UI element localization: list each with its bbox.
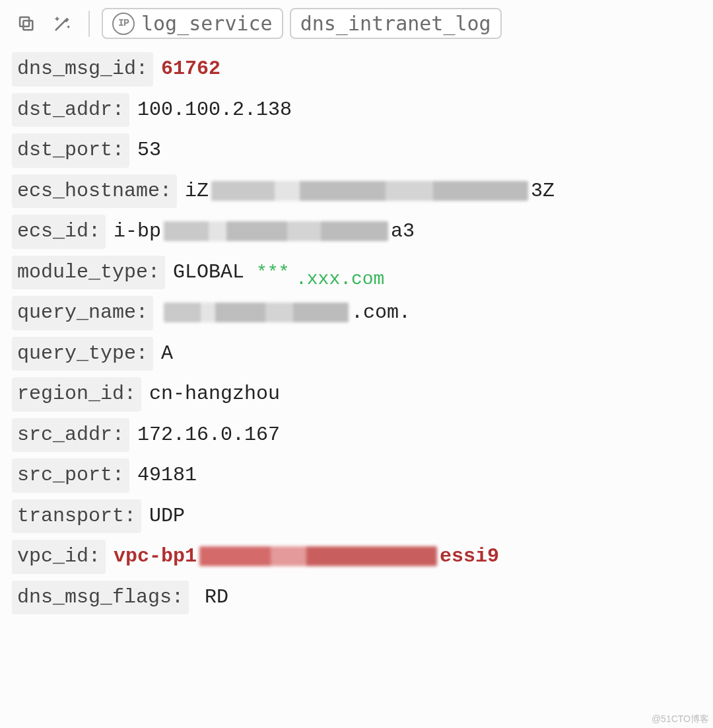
chip-dns-intranet-log-label: dns_intranet_log (300, 12, 491, 35)
value-suffix: essi9 (440, 545, 499, 567)
overlay-stars: *** (256, 260, 289, 287)
field-value: 172.16.0.167 (137, 421, 280, 450)
redacted-block (164, 221, 388, 241)
value-suffix: 3Z (531, 180, 555, 202)
field-value: .com. (161, 299, 411, 328)
field-row-dns-msg-id: dns_msg_id 61762 (12, 52, 701, 87)
redacted-block (211, 181, 528, 201)
field-row-module-type: module_type GLOBAL *** .xxx.com (12, 256, 701, 290)
value-prefix: i-bp (114, 220, 161, 242)
field-value: 61762 (161, 55, 221, 84)
field-row-src-port: src_port 49181 (12, 458, 701, 493)
field-value: i-bpa3 (114, 217, 415, 246)
redacted-block (164, 303, 349, 322)
field-row-ecs-hostname: ecs_hostname iZ3Z (12, 174, 701, 209)
field-value: 53 (137, 136, 161, 165)
field-value: vpc-bp1essi9 (114, 542, 499, 571)
field-key: query_name (12, 296, 153, 330)
field-key: query_type (12, 337, 153, 371)
field-row-query-type: query_type A (12, 337, 701, 371)
chip-log-service[interactable]: IP log_service (102, 8, 283, 39)
field-value: GLOBAL (173, 258, 244, 287)
value-suffix: .com. (351, 301, 411, 324)
field-row-region-id: region_id cn-hangzhou (12, 377, 701, 412)
field-row-query-name: query_name .com. (12, 296, 701, 330)
chip-log-service-label: log_service (141, 12, 273, 35)
log-field-list: dns_msg_id 61762 dst_addr 100.100.2.138 … (12, 52, 701, 614)
svg-rect-1 (20, 17, 29, 26)
field-key: vpc_id (12, 540, 106, 574)
field-key: src_addr (12, 418, 129, 453)
field-key: dns_msg_flags (12, 581, 189, 615)
field-row-src-addr: src_addr 172.16.0.167 (12, 418, 701, 453)
value-suffix: a3 (391, 220, 415, 242)
copy-icon[interactable] (12, 9, 41, 38)
svg-rect-0 (23, 20, 32, 30)
field-value: iZ3Z (185, 177, 555, 206)
overlay-domain: .xxx.com (296, 266, 384, 293)
field-row-dns-msg-flags: dns_msg_flags RD (12, 581, 701, 615)
field-value: RD (205, 583, 228, 612)
toolbar-divider (88, 11, 90, 37)
field-row-dst-addr: dst_addr 100.100.2.138 (12, 93, 701, 127)
field-key: region_id (12, 377, 141, 412)
value-prefix: iZ (185, 180, 209, 202)
ip-badge-icon: IP (112, 13, 135, 35)
field-value: 100.100.2.138 (137, 96, 292, 125)
field-value: A (161, 340, 173, 369)
watermark: @51CTO博客 (652, 713, 709, 725)
field-key: ecs_hostname (12, 174, 177, 209)
field-key: dst_port (12, 133, 129, 168)
chip-dns-intranet-log[interactable]: dns_intranet_log (290, 8, 502, 39)
magic-wand-icon[interactable] (48, 9, 77, 38)
field-value: cn-hangzhou (149, 380, 280, 409)
field-value: 49181 (137, 461, 197, 490)
field-row-transport: transport UDP (12, 499, 701, 534)
field-key: src_port (12, 458, 129, 493)
field-key: dst_addr (12, 93, 129, 127)
field-row-ecs-id: ecs_id i-bpa3 (12, 215, 701, 249)
redacted-block (199, 546, 437, 566)
log-toolbar: IP log_service dns_intranet_log (12, 8, 701, 43)
field-key: module_type (12, 256, 165, 290)
field-key: ecs_id (12, 215, 106, 249)
value-prefix: vpc-bp1 (114, 545, 197, 567)
field-row-vpc-id: vpc_id vpc-bp1essi9 (12, 540, 701, 574)
field-value: UDP (149, 502, 185, 531)
field-row-dst-port: dst_port 53 (12, 133, 701, 168)
field-key: dns_msg_id (12, 52, 153, 87)
field-key: transport (12, 499, 141, 534)
